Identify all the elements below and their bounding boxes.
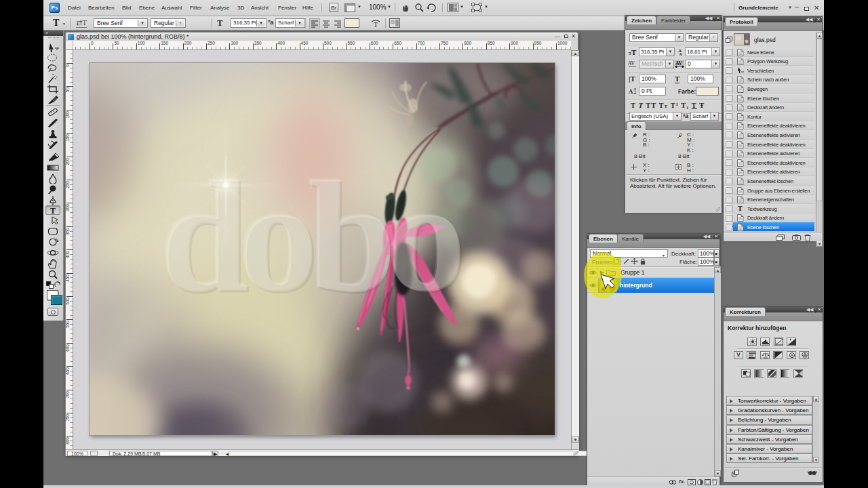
svg-text:T: T (374, 21, 378, 28)
svg-text:AV: AV (628, 60, 635, 66)
svg-text:A: A (679, 52, 683, 56)
svg-text:AV: AV (675, 60, 682, 66)
svg-text:A: A (629, 88, 633, 95)
